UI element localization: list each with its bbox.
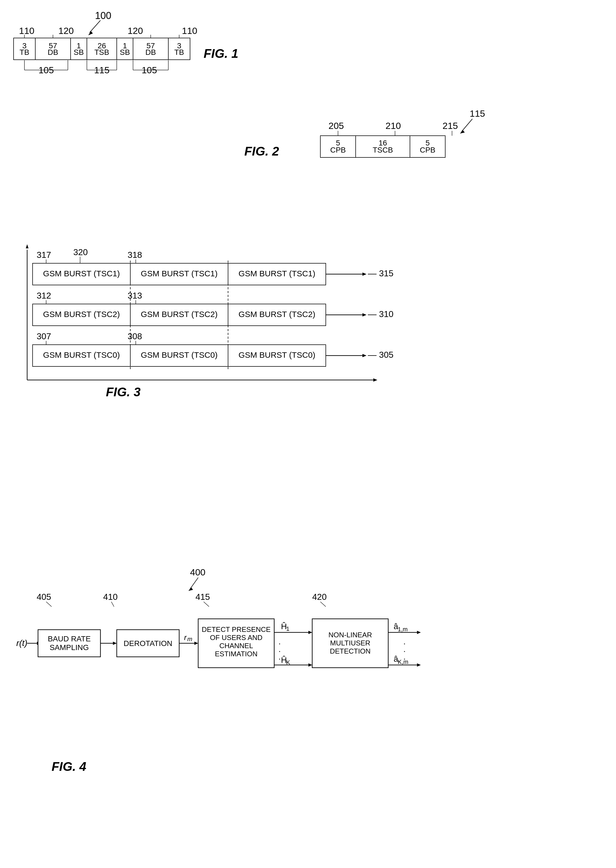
svg-marker-1 xyxy=(88,31,93,35)
akm-sub: K,m xyxy=(398,658,408,665)
box3-line2: OF USERS AND xyxy=(210,634,262,642)
svg-line-61 xyxy=(190,578,198,589)
fig4-diagram: 400 405 410 415 420 r(t) BAUD RATE SAMPL… xyxy=(11,565,608,809)
cell-tsb: TSB xyxy=(94,48,109,57)
dots-h3: · xyxy=(278,654,281,663)
svg-marker-84 xyxy=(417,663,421,667)
ref-318: 318 xyxy=(127,250,142,260)
ref-313: 313 xyxy=(127,291,142,300)
ref-415: 415 xyxy=(195,592,210,602)
svg-line-64 xyxy=(111,602,114,607)
ref-308: 308 xyxy=(127,331,142,341)
fig1-label: FIG. 1 xyxy=(204,46,238,61)
cell-db1: DB xyxy=(48,48,58,57)
cell-tsc0-2: GSM BURST (TSC0) xyxy=(141,350,218,359)
cell-tsc2-3: GSM BURST (TSC2) xyxy=(239,310,316,319)
ref-215: 215 xyxy=(443,121,458,131)
svg-marker-71 xyxy=(113,642,117,645)
cell-tb2: TB xyxy=(174,48,184,57)
svg-marker-74 xyxy=(194,642,198,645)
rm-label: r xyxy=(184,633,187,642)
svg-marker-58 xyxy=(373,378,377,381)
svg-marker-77 xyxy=(308,631,312,634)
fig4-label: FIG. 4 xyxy=(52,760,86,774)
svg-marker-79 xyxy=(308,663,312,667)
box4-line2: MULTIUSER xyxy=(330,639,370,647)
rm-sub: m xyxy=(187,636,192,642)
cell-sb1: SB xyxy=(74,48,83,57)
ref-120-left: 120 xyxy=(58,25,74,36)
ref-210: 210 xyxy=(385,121,401,131)
ref-410: 410 xyxy=(103,592,118,602)
h1-sub: 1 xyxy=(286,625,289,632)
ref-307: 307 xyxy=(37,331,51,341)
cell-db2: DB xyxy=(146,48,156,57)
cell-tsc0-3: GSM BURST (TSC0) xyxy=(239,350,316,359)
page: 100 110 120 120 110 3 TB 57 DB 1 SB 26 T… xyxy=(0,0,616,868)
box4-line3: DETECTION xyxy=(330,647,371,655)
ref-115-fig2: 115 xyxy=(470,108,485,119)
cell-tsc2-2: GSM BURST (TSC2) xyxy=(141,310,218,319)
ref-315: — 315 xyxy=(368,268,393,278)
box3-line3: CHANNEL xyxy=(219,642,253,650)
svg-marker-56 xyxy=(363,354,366,357)
box1-line1: BAUD RATE xyxy=(48,634,91,643)
ref-120-right: 120 xyxy=(127,25,143,36)
rt-label: r(t) xyxy=(16,638,27,648)
box3-line1: DETECT PRESENCE xyxy=(202,625,271,634)
ref-110-left: 110 xyxy=(19,25,35,36)
cell-tb1: TB xyxy=(20,48,29,57)
cell-sb2: SB xyxy=(120,48,130,57)
ref-405: 405 xyxy=(37,592,51,602)
fig2-label: FIG. 2 xyxy=(244,144,279,159)
ref-110-right: 110 xyxy=(182,25,197,36)
ref-320: 320 xyxy=(73,247,88,257)
cell-cpb1: CPB xyxy=(330,146,346,154)
box4-line1: NON-LINEAR xyxy=(328,631,372,639)
svg-marker-42 xyxy=(363,273,366,276)
ref-420: 420 xyxy=(312,592,327,602)
box3-line4: ESTIMATION xyxy=(215,650,258,658)
cell-tsc0-1: GSM BURST (TSC0) xyxy=(43,350,120,359)
ref-305: — 305 xyxy=(368,350,393,359)
svg-line-63 xyxy=(46,602,52,607)
ref-312: 312 xyxy=(37,291,51,300)
svg-marker-82 xyxy=(417,631,421,634)
fig3-label: FIG. 3 xyxy=(106,385,141,399)
svg-line-25 xyxy=(462,119,472,132)
ref-205: 205 xyxy=(328,121,344,131)
fig2-diagram: 115 205 210 215 5 CPB 16 TSCB 5 CPB xyxy=(244,108,543,190)
cell-tsc1-1: GSM BURST (TSC1) xyxy=(43,269,120,278)
hk-sub: K xyxy=(286,659,290,666)
a1m-sub: 1,m xyxy=(398,626,408,633)
cell-tsc1-3: GSM BURST (TSC1) xyxy=(239,269,316,278)
svg-line-0 xyxy=(90,20,101,33)
box2-label: DEROTATION xyxy=(124,639,172,648)
svg-marker-34 xyxy=(26,244,28,248)
cell-tscb: TSCB xyxy=(373,146,393,154)
cell-tsc2-1: GSM BURST (TSC2) xyxy=(43,310,120,319)
fig3-diagram: 317 320 318 GSM BURST (TSC1) GSM BURST (… xyxy=(11,234,608,410)
ref-100: 100 xyxy=(95,11,111,21)
svg-line-65 xyxy=(204,602,209,607)
ref-400: 400 xyxy=(190,567,206,577)
svg-line-66 xyxy=(321,602,326,607)
cell-cpb2: CPB xyxy=(420,146,435,154)
box1-line2: SAMPLING xyxy=(50,643,89,652)
cell-tsc1-2: GSM BURST (TSC1) xyxy=(141,269,218,278)
ref-310: — 310 xyxy=(368,309,393,319)
ref-317: 317 xyxy=(37,250,51,260)
svg-marker-49 xyxy=(363,313,366,317)
